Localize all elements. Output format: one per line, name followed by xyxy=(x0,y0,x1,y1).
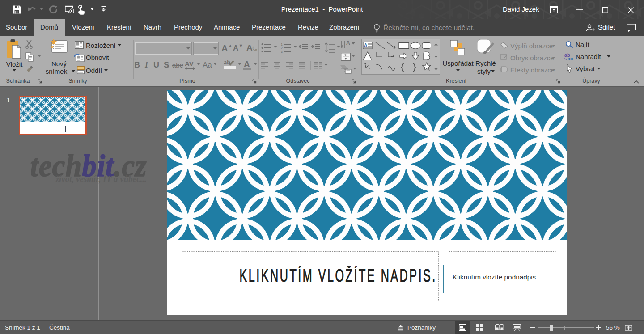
svg-text:ac: ac xyxy=(568,56,573,60)
svg-text:A: A xyxy=(364,43,367,48)
svg-text:3: 3 xyxy=(281,50,283,53)
svg-text:2: 2 xyxy=(281,47,283,50)
svg-text:1: 1 xyxy=(281,43,283,46)
svg-text:A: A xyxy=(346,40,350,46)
